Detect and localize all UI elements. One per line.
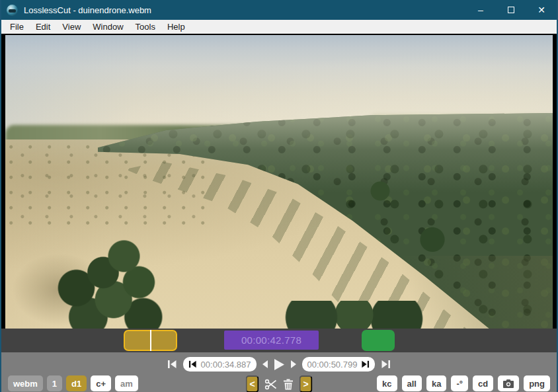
c-plus-button[interactable]: c+ (91, 375, 111, 391)
close-button[interactable]: ✕ (526, 0, 557, 20)
step-back-button[interactable] (262, 360, 268, 368)
menu-view[interactable]: View (56, 20, 87, 34)
video-center-trees (283, 301, 425, 329)
camera-icon (503, 379, 514, 388)
current-time-display: 00:00:42.778 (224, 331, 319, 350)
am-button[interactable]: am (115, 375, 138, 391)
screenshot-button[interactable] (498, 375, 519, 391)
trash-icon (284, 379, 294, 390)
cut-start-time: 00:00:34.887 (201, 360, 251, 370)
cut-button[interactable] (265, 379, 278, 390)
kc-button[interactable]: kc (377, 375, 397, 391)
maximize-button[interactable] (496, 0, 526, 20)
timeline-playhead (150, 330, 151, 351)
app-icon (7, 5, 18, 16)
segment-tools: < > (246, 375, 313, 392)
maximize-icon (508, 7, 514, 13)
video-left-trees (32, 232, 180, 329)
step-back-icon (262, 360, 268, 368)
video-player[interactable] (1, 34, 557, 329)
video-frame (5, 35, 553, 329)
minimize-button[interactable]: – (465, 0, 496, 20)
video-lone-tree (414, 224, 451, 258)
prev-segment-button[interactable]: < (246, 375, 259, 392)
jump-start-icon (167, 360, 177, 369)
tools-row: webm 1 d1 c+ am < (1, 375, 557, 392)
set-cut-end-icon (361, 360, 370, 368)
scissors-icon (265, 379, 278, 390)
menu-file[interactable]: File (4, 20, 30, 34)
set-cut-start-icon (188, 360, 197, 368)
play-button[interactable] (274, 359, 284, 370)
step-forward-button[interactable] (290, 360, 296, 368)
ka-button[interactable]: ka (426, 375, 446, 391)
transport-controls: 00:00:34.887 00:00:50.799 (1, 354, 557, 374)
window-title: LosslessCut - duinendrone.webm (24, 5, 151, 15)
timeline[interactable]: 00:00:42.778 (1, 329, 557, 352)
png-button[interactable]: png (524, 375, 550, 391)
cd-button[interactable]: cd (473, 375, 493, 391)
menu-edit[interactable]: Edit (30, 20, 56, 34)
cut-end-time: 00:00:50.799 (307, 360, 358, 370)
cut-start-time-field[interactable]: 00:00:34.887 (183, 357, 257, 372)
tools-right: kc all ka -° cd png (377, 375, 550, 391)
play-icon (274, 359, 284, 370)
jump-end-button[interactable] (381, 360, 391, 369)
jump-start-button[interactable] (167, 360, 177, 369)
timeline-segment-2[interactable] (362, 330, 395, 351)
bottom-bar: 00:00:34.887 00:00:50.799 webm 1 (1, 352, 557, 392)
menu-window[interactable]: Window (87, 20, 129, 34)
menubar: File Edit View Window Tools Help (1, 20, 557, 34)
cut-end-time-field[interactable]: 00:00:50.799 (302, 357, 376, 372)
next-segment-button[interactable]: > (299, 375, 313, 392)
tools-left: webm 1 d1 c+ am (8, 375, 138, 391)
titlebar: LosslessCut - duinendrone.webm – ✕ (1, 0, 557, 20)
all-button[interactable]: all (402, 375, 422, 391)
jump-end-icon (381, 360, 391, 369)
d1-button[interactable]: d1 (66, 375, 87, 391)
menu-help[interactable]: Help (161, 20, 191, 34)
delete-segment-button[interactable] (284, 379, 294, 390)
track-count-button[interactable]: 1 (47, 375, 62, 391)
menu-tools[interactable]: Tools (130, 20, 161, 34)
rotation-button[interactable]: -° (451, 375, 468, 391)
app-window: LosslessCut - duinendrone.webm – ✕ File … (0, 0, 558, 392)
video-lone-tree (366, 179, 395, 206)
step-forward-icon (290, 360, 296, 368)
output-format-button[interactable]: webm (8, 375, 43, 391)
